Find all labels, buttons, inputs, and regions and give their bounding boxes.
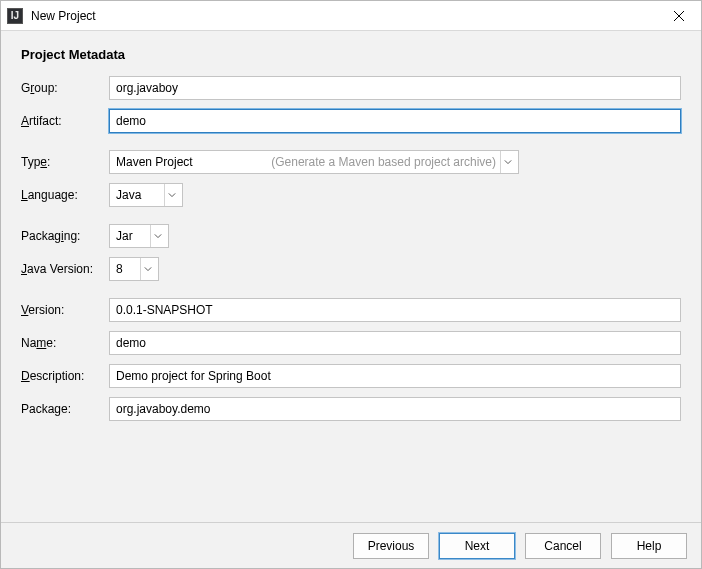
name-input[interactable] <box>109 331 681 355</box>
label-description: Description: <box>21 369 109 383</box>
footer: Previous Next Cancel Help <box>1 522 701 568</box>
row-description: Description: <box>21 364 681 388</box>
package-input[interactable] <box>109 397 681 421</box>
section-title: Project Metadata <box>21 47 681 62</box>
label-package: Package: <box>21 402 109 416</box>
chevron-down-icon <box>140 258 154 280</box>
label-version: Version: <box>21 303 109 317</box>
label-type: Type: <box>21 155 109 169</box>
packaging-select[interactable]: Jar <box>109 224 169 248</box>
chevron-down-icon <box>164 184 178 206</box>
label-artifact: Artifact: <box>21 114 109 128</box>
row-java-version: Java Version: 8 <box>21 257 681 281</box>
label-name: Name: <box>21 336 109 350</box>
row-group: Group: <box>21 76 681 100</box>
window-title: New Project <box>31 9 96 23</box>
row-type: Type: Maven Project (Generate a Maven ba… <box>21 150 681 174</box>
titlebar: IJ New Project <box>1 1 701 31</box>
type-select-value: Maven Project <box>116 155 267 169</box>
language-select-value: Java <box>116 188 160 202</box>
artifact-input[interactable] <box>109 109 681 133</box>
type-select-hint: (Generate a Maven based project archive) <box>271 155 496 169</box>
row-name: Name: <box>21 331 681 355</box>
close-button[interactable] <box>656 1 701 31</box>
label-language: Language: <box>21 188 109 202</box>
language-select[interactable]: Java <box>109 183 183 207</box>
chevron-down-icon <box>150 225 164 247</box>
label-group: Group: <box>21 81 109 95</box>
group-input[interactable] <box>109 76 681 100</box>
java-version-select[interactable]: 8 <box>109 257 159 281</box>
row-packaging: Packaging: Jar <box>21 224 681 248</box>
previous-button[interactable]: Previous <box>353 533 429 559</box>
description-input[interactable] <box>109 364 681 388</box>
help-button[interactable]: Help <box>611 533 687 559</box>
version-input[interactable] <box>109 298 681 322</box>
row-language: Language: Java <box>21 183 681 207</box>
packaging-select-value: Jar <box>116 229 146 243</box>
label-java-version: Java Version: <box>21 262 109 276</box>
next-button[interactable]: Next <box>439 533 515 559</box>
row-package: Package: <box>21 397 681 421</box>
close-icon <box>674 11 684 21</box>
chevron-down-icon <box>500 151 514 173</box>
row-artifact: Artifact: <box>21 109 681 133</box>
row-version: Version: <box>21 298 681 322</box>
java-version-select-value: 8 <box>116 262 136 276</box>
label-packaging: Packaging: <box>21 229 109 243</box>
content-area: Project Metadata Group: Artifact: Type: … <box>1 31 701 522</box>
type-select[interactable]: Maven Project (Generate a Maven based pr… <box>109 150 519 174</box>
new-project-dialog: IJ New Project Project Metadata Group: A… <box>0 0 702 569</box>
app-icon: IJ <box>7 8 23 24</box>
cancel-button[interactable]: Cancel <box>525 533 601 559</box>
